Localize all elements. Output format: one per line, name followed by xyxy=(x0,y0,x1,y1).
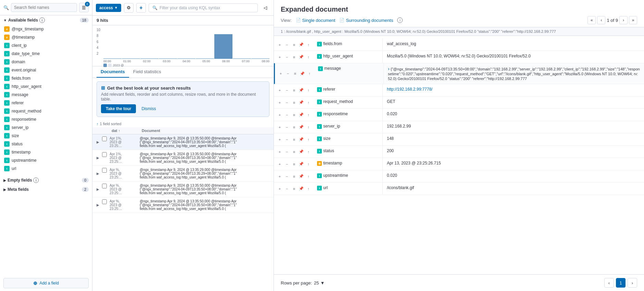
row-checkbox[interactable] xyxy=(102,136,107,141)
filter-exists-button[interactable]: ≡ xyxy=(292,70,298,77)
copy-button[interactable]: ↑ xyxy=(305,124,312,130)
pin-button[interactable]: 📌 xyxy=(299,70,305,77)
field-item[interactable]: t server_ip xyxy=(0,123,92,132)
collapse-left-button[interactable]: ◁ xyxy=(261,3,270,13)
take-tour-button[interactable]: Take the tour xyxy=(101,104,136,113)
search-input[interactable] xyxy=(11,3,77,12)
filter-out-button[interactable]: − xyxy=(284,136,290,143)
row-checkbox[interactable] xyxy=(102,184,107,188)
filter-for-button[interactable]: + xyxy=(277,112,283,118)
filter-out-button[interactable]: − xyxy=(284,186,290,192)
filter-for-button[interactable]: + xyxy=(277,161,283,167)
available-fields-info[interactable]: i xyxy=(39,17,45,23)
copy-button[interactable]: ↑ xyxy=(306,70,313,77)
filter-for-button[interactable]: + xyxy=(277,186,283,192)
filter-exists-button[interactable]: ≡ xyxy=(291,161,297,167)
filter-exists-button[interactable]: ≡ xyxy=(291,186,297,192)
copy-button[interactable]: ↑ xyxy=(305,186,312,192)
field-item[interactable]: t responsetime xyxy=(0,115,92,123)
table-row[interactable]: ▶ Apr %,2023 @23:25:... @ngx_timestamp A… xyxy=(92,197,274,213)
rows-per-page-select[interactable]: 25 ▼ xyxy=(314,280,325,286)
last-page-button[interactable]: » xyxy=(629,16,637,24)
first-page-button[interactable]: « xyxy=(588,16,596,24)
filter-for-button[interactable]: + xyxy=(277,149,283,155)
filter-out-button[interactable]: − xyxy=(284,42,290,48)
table-row[interactable]: ▶ Apr %,2023 @23:25:... @ngx_timestamp A… xyxy=(92,182,274,197)
meta-fields-section[interactable]: ▶ Meta fields 2 xyxy=(0,185,92,194)
filter-exists-button[interactable]: ≡ xyxy=(291,54,297,60)
filter-out-button[interactable]: − xyxy=(284,124,290,130)
field-item[interactable]: t url xyxy=(0,164,92,173)
pin-button[interactable]: 📌 xyxy=(298,54,304,60)
pin-button[interactable]: 📌 xyxy=(298,42,304,48)
row-checkbox[interactable] xyxy=(102,199,107,204)
pin-button[interactable]: 📌 xyxy=(298,136,304,143)
date-col-header[interactable]: dat ↑ xyxy=(112,129,139,133)
field-item[interactable]: t client_ip xyxy=(0,41,92,50)
pin-button[interactable]: 📌 xyxy=(298,112,304,118)
field-item[interactable]: t date_type_time xyxy=(0,50,92,58)
field-item[interactable]: t referer xyxy=(0,99,92,107)
copy-button[interactable]: ↑ xyxy=(305,87,312,93)
field-item[interactable]: t event.original xyxy=(0,66,92,74)
single-doc-link[interactable]: 📄 Single document xyxy=(296,18,336,23)
filter-exists-button[interactable]: ≡ xyxy=(291,87,297,93)
expand-row-icon[interactable]: ▶ xyxy=(97,140,99,144)
filter-for-button[interactable]: + xyxy=(277,124,283,130)
filter-for-button[interactable]: + xyxy=(277,173,283,180)
expand-row-icon[interactable]: ▶ xyxy=(97,203,99,207)
dismiss-button[interactable]: Dismiss xyxy=(139,104,159,113)
filter-exists-button[interactable]: ≡ xyxy=(291,124,297,130)
filter-out-button[interactable]: − xyxy=(284,100,290,106)
access-button[interactable]: access ▼ xyxy=(96,4,121,12)
copy-button[interactable]: ↑ xyxy=(305,161,312,167)
copy-button[interactable]: ↑ xyxy=(305,149,312,155)
table-row[interactable]: ▶ Apr 1%,2023 @23:25:... @ngx_timestamp … xyxy=(92,150,274,166)
expand-row-icon[interactable]: ▶ xyxy=(97,187,99,191)
filter-exists-button[interactable]: ≡ xyxy=(291,149,297,155)
filter-out-button[interactable]: − xyxy=(284,161,290,167)
filter-out-button[interactable]: − xyxy=(284,112,290,118)
tab-documents[interactable]: Documents xyxy=(97,66,129,78)
pin-button[interactable]: 📌 xyxy=(298,186,304,192)
table-row[interactable]: ▶ Apr 1%,2023 @23:25:... @ngx_timestamp … xyxy=(92,134,274,150)
field-item[interactable]: t http_user_agent xyxy=(0,82,92,91)
next-page-button[interactable]: › xyxy=(619,16,628,24)
copy-button[interactable]: ↑ xyxy=(305,173,312,180)
pin-button[interactable]: 📌 xyxy=(298,173,304,180)
filter-out-button[interactable]: − xyxy=(284,54,290,60)
field-item[interactable]: t request_method xyxy=(0,107,92,115)
filter-button[interactable]: ☰ 0 xyxy=(79,3,89,12)
filter-exists-button[interactable]: ≡ xyxy=(291,42,297,48)
copy-button[interactable]: ↑ xyxy=(305,136,312,143)
field-item[interactable]: t domain xyxy=(0,58,92,66)
filter-for-button[interactable]: + xyxy=(277,136,283,143)
expand-row-icon[interactable]: ▶ xyxy=(97,172,99,175)
field-item[interactable]: t fields.from xyxy=(0,74,92,82)
filter-exists-button[interactable]: ≡ xyxy=(291,173,297,180)
expand-row-icon[interactable]: ▶ xyxy=(97,156,99,160)
field-item[interactable]: t message xyxy=(0,91,92,99)
prev-page-button[interactable]: ‹ xyxy=(597,16,605,24)
prev-page-btn[interactable]: ‹ xyxy=(604,278,614,288)
filter-out-button[interactable]: − xyxy=(284,87,290,93)
copy-button[interactable]: ↑ xyxy=(305,42,312,48)
pin-button[interactable]: 📌 xyxy=(298,100,304,106)
settings-button[interactable]: ⚙ xyxy=(124,3,134,13)
add-button[interactable]: + xyxy=(136,3,146,13)
pin-button[interactable]: 📌 xyxy=(298,161,304,167)
filter-exists-button[interactable]: ≡ xyxy=(291,100,297,106)
empty-fields-info[interactable]: i xyxy=(33,177,39,183)
view-info-icon[interactable]: i xyxy=(397,17,403,23)
row-checkbox[interactable] xyxy=(102,168,107,173)
copy-button[interactable]: ↑ xyxy=(305,112,312,118)
field-item[interactable]: d @ngx_timestamp xyxy=(0,25,92,33)
copy-button[interactable]: ↑ xyxy=(305,54,312,60)
field-item[interactable]: t timestamp xyxy=(0,148,92,156)
filter-exists-button[interactable]: ≡ xyxy=(291,112,297,118)
filter-out-button[interactable]: − xyxy=(284,173,290,180)
kql-filter-input[interactable]: 🔍 Filter your data using KQL syntax xyxy=(149,3,258,12)
table-row[interactable]: ▶ Apr %,2023 @23:25:... @ngx_timestamp A… xyxy=(92,166,274,182)
pin-button[interactable]: 📌 xyxy=(298,87,304,93)
add-field-button[interactable]: ⊕ Add a field xyxy=(3,278,89,288)
